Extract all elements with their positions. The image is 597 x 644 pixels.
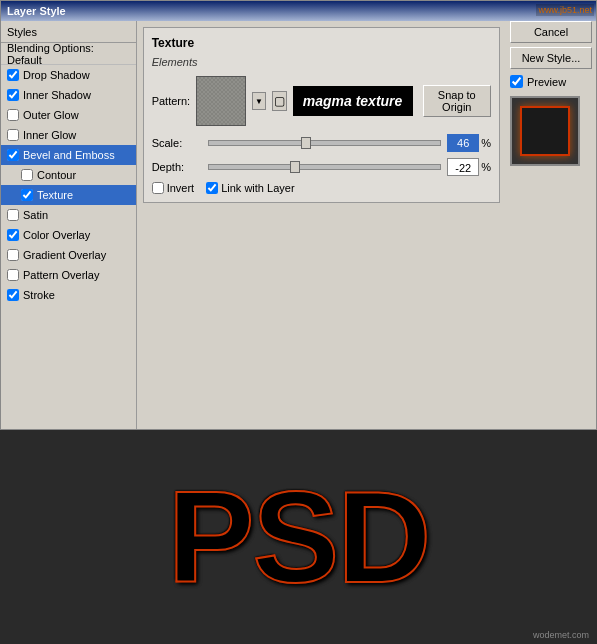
stroke-checkbox[interactable] <box>7 289 19 301</box>
styles-header[interactable]: Styles <box>1 21 136 43</box>
inner-shadow-checkbox[interactable] <box>7 89 19 101</box>
scale-slider[interactable] <box>208 140 442 146</box>
invert-checkbox[interactable] <box>152 182 164 194</box>
blending-options-item[interactable]: Blending Options: Default <box>1 43 136 65</box>
right-panel: Cancel New Style... Preview Texture Elem… <box>137 21 596 429</box>
sidebar-item-texture[interactable]: Texture <box>1 185 136 205</box>
layer-style-dialog: Layer Style www.jb51.net Styles Blending… <box>0 0 597 430</box>
scale-slider-thumb[interactable] <box>301 137 311 149</box>
psd-text: PSD <box>168 472 429 602</box>
elements-label: Elements <box>152 56 491 68</box>
inner-glow-checkbox[interactable] <box>7 129 19 141</box>
sidebar-item-drop-shadow[interactable]: Drop Shadow <box>1 65 136 85</box>
pattern-preview-swatch <box>196 76 246 126</box>
bottom-watermark: wodemet.com <box>533 630 589 640</box>
new-style-button[interactable]: New Style... <box>510 47 592 69</box>
sidebar-item-inner-glow[interactable]: Inner Glow <box>1 125 136 145</box>
sidebar-item-outer-glow[interactable]: Outer Glow <box>1 105 136 125</box>
depth-row: Depth: -22 % <box>152 158 491 176</box>
scale-value[interactable]: 46 <box>447 134 479 152</box>
preview-label: Preview <box>527 76 566 88</box>
sidebar-item-bevel-emboss[interactable]: Bevel and Emboss <box>1 145 136 165</box>
sidebar-item-inner-shadow[interactable]: Inner Shadow <box>1 85 136 105</box>
pattern-row: Pattern: ▼ ▢ magma texture Snap to Origi… <box>152 76 491 126</box>
link-layer-item[interactable]: Link with Layer <box>206 182 294 194</box>
watermark: www.jb51.net <box>536 4 594 16</box>
sidebar-item-pattern-overlay[interactable]: Pattern Overlay <box>1 265 136 285</box>
color-overlay-checkbox[interactable] <box>7 229 19 241</box>
preview-thumb <box>510 96 580 166</box>
bottom-preview-area: PSD wodemet.com <box>0 430 597 644</box>
preview-checkbox[interactable] <box>510 75 523 88</box>
depth-percent: % <box>481 161 491 173</box>
invert-item[interactable]: Invert <box>152 182 195 194</box>
title-bar: Layer Style www.jb51.net <box>1 1 596 21</box>
bevel-emboss-checkbox[interactable] <box>7 149 19 161</box>
sidebar-item-color-overlay[interactable]: Color Overlay <box>1 225 136 245</box>
scale-percent: % <box>481 137 491 149</box>
invert-label: Invert <box>167 182 195 194</box>
texture-panel: Texture Elements Pattern: ▼ ▢ magma text… <box>143 27 500 203</box>
preview-square <box>520 106 570 156</box>
depth-value[interactable]: -22 <box>447 158 479 176</box>
snap-to-origin-button[interactable]: Snap to Origin <box>423 85 491 117</box>
texture-checkbox[interactable] <box>21 189 33 201</box>
gradient-overlay-checkbox[interactable] <box>7 249 19 261</box>
main-body: Styles Blending Options: Default Drop Sh… <box>1 21 596 429</box>
magma-texture-label: magma texture <box>293 86 413 116</box>
depth-label: Depth: <box>152 161 202 173</box>
preview-row: Preview <box>510 75 592 88</box>
pattern-icon-button[interactable]: ▢ <box>272 91 287 111</box>
button-panel: Cancel New Style... Preview <box>510 21 592 166</box>
left-panel: Styles Blending Options: Default Drop Sh… <box>1 21 137 429</box>
window-title: Layer Style <box>7 5 66 17</box>
contour-checkbox[interactable] <box>21 169 33 181</box>
sidebar-item-gradient-overlay[interactable]: Gradient Overlay <box>1 245 136 265</box>
pattern-label: Pattern: <box>152 95 191 107</box>
outer-glow-checkbox[interactable] <box>7 109 19 121</box>
link-layer-checkbox[interactable] <box>206 182 218 194</box>
depth-slider[interactable] <box>208 164 442 170</box>
pattern-overlay-checkbox[interactable] <box>7 269 19 281</box>
sidebar-item-satin[interactable]: Satin <box>1 205 136 225</box>
depth-slider-thumb[interactable] <box>290 161 300 173</box>
check-row: Invert Link with Layer <box>152 182 491 194</box>
sidebar-item-stroke[interactable]: Stroke <box>1 285 136 305</box>
scale-row: Scale: 46 % <box>152 134 491 152</box>
drop-shadow-checkbox[interactable] <box>7 69 19 81</box>
sidebar-item-contour[interactable]: Contour <box>1 165 136 185</box>
texture-title: Texture <box>152 36 491 50</box>
scale-label: Scale: <box>152 137 202 149</box>
cancel-button[interactable]: Cancel <box>510 21 592 43</box>
link-layer-label: Link with Layer <box>221 182 294 194</box>
satin-checkbox[interactable] <box>7 209 19 221</box>
pattern-dropdown-button[interactable]: ▼ <box>252 92 265 110</box>
